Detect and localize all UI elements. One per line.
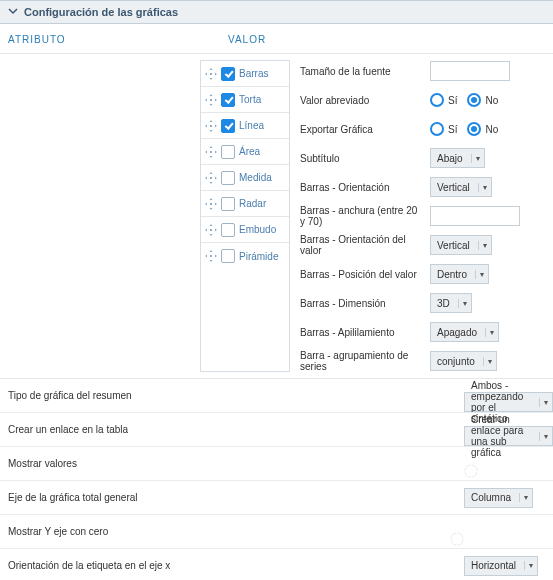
radio-yes-label: Sí: [448, 124, 457, 135]
prop-label: Barras - Apililamiento: [300, 327, 422, 338]
form-row: Mostrar Y eje con cero: [0, 514, 553, 548]
chart-type-checkbox[interactable]: [221, 197, 235, 211]
header-value: VALOR: [228, 34, 266, 45]
form-row: Orientación de la etiqueta en el eje xHo…: [0, 548, 553, 580]
prop-row: Valor abreviadoSíNo: [300, 89, 545, 111]
form-select[interactable]: Horizontal▾: [464, 556, 538, 576]
chart-type-label: Área: [239, 146, 260, 157]
prop-label: Barras - Dimensión: [300, 298, 422, 309]
prop-row: Tamaño de la fuente: [300, 60, 545, 82]
drag-icon[interactable]: [205, 224, 217, 236]
chart-type-checkbox[interactable]: [221, 119, 235, 133]
form-rows: Tipo de gráfica del resumenAmbos - empez…: [0, 378, 553, 580]
chart-type-checkbox[interactable]: [221, 93, 235, 107]
bars-orientation-select[interactable]: Vertical▾: [430, 177, 492, 197]
form-label: Eje de la gráfica total general: [8, 492, 464, 503]
form-row: Tipo de gráfica del resumenAmbos - empez…: [0, 378, 553, 412]
bars-width-input[interactable]: [430, 206, 520, 226]
bars-val-position-select[interactable]: Dentro▾: [430, 264, 489, 284]
column-headers: ATRIBUTO VALOR: [0, 24, 553, 54]
drag-icon[interactable]: [205, 250, 217, 262]
form-select[interactable]: Columna▾: [464, 488, 533, 508]
drag-icon[interactable]: [205, 94, 217, 106]
chevron-down-icon: ▾: [485, 328, 494, 337]
prop-label: Valor abreviado: [300, 95, 422, 106]
chart-type-label: Barras: [239, 68, 268, 79]
prop-label: Barras - Posición del valor: [300, 269, 422, 280]
prop-row: Barras - Orientación del valorVertical▾: [300, 234, 545, 256]
chart-type-row: Área: [201, 139, 289, 165]
form-row: Crear un enlace en la tablaCrear un enla…: [0, 412, 553, 446]
chart-config-area: BarrasTortaLíneaÁreaMedidaRadarEmbudoPir…: [0, 54, 553, 378]
chevron-down-icon: ▾: [475, 270, 484, 279]
form-select[interactable]: Ambos - empezando por el sintético▾: [464, 392, 553, 412]
form-label: Mostrar valores: [8, 458, 464, 469]
prop-row: SubtítuloAbajo▾: [300, 147, 545, 169]
bars-dimension-select[interactable]: 3D▾: [430, 293, 472, 313]
select-value: Apagado: [437, 327, 477, 338]
bars-val-orientation-select[interactable]: Vertical▾: [430, 235, 492, 255]
chevron-down-icon: ▾: [519, 493, 528, 502]
bars-stacking-select[interactable]: Apagado▾: [430, 322, 499, 342]
drag-icon[interactable]: [205, 146, 217, 158]
prop-label: Exportar Gráfica: [300, 124, 422, 135]
chart-type-row: Embudo: [201, 217, 289, 243]
chart-type-label: Radar: [239, 198, 266, 209]
chart-type-checkbox[interactable]: [221, 145, 235, 159]
radio-no-label: No: [485, 95, 498, 106]
form-row: Mostrar valores: [0, 446, 553, 480]
chart-type-checkbox[interactable]: [221, 171, 235, 185]
chart-type-row: Línea: [201, 113, 289, 139]
prop-label: Barras - Orientación del valor: [300, 234, 422, 256]
chevron-down-icon: ▾: [458, 299, 467, 308]
chart-type-label: Línea: [239, 120, 264, 131]
chart-type-row: Radar: [201, 191, 289, 217]
drag-icon[interactable]: [205, 68, 217, 80]
drag-icon[interactable]: [205, 172, 217, 184]
prop-label: Tamaño de la fuente: [300, 66, 422, 77]
radio-no[interactable]: [467, 122, 481, 136]
prop-row: Barras - anchura (entre 20 y 70): [300, 205, 545, 227]
drag-icon[interactable]: [205, 198, 217, 210]
select-value: Vertical: [437, 182, 470, 193]
collapse-icon[interactable]: [8, 6, 18, 18]
chart-type-label: Embudo: [239, 224, 276, 235]
chevron-down-icon: ▾: [539, 398, 548, 407]
panel-header: Configuración de las gráficas: [0, 0, 553, 24]
font-size-input[interactable]: [430, 61, 510, 81]
select-value: Vertical: [437, 240, 470, 251]
prop-row: Barras - OrientaciónVertical▾: [300, 176, 545, 198]
form-label: Crear un enlace en la tabla: [8, 424, 464, 435]
chart-type-row: Pirámide: [201, 243, 289, 269]
prop-label: Barras - anchura (entre 20 y 70): [300, 205, 422, 227]
chevron-down-icon: ▾: [471, 154, 480, 163]
chart-type-row: Torta: [201, 87, 289, 113]
radio-yes-label: Sí: [448, 95, 457, 106]
chevron-down-icon: ▾: [483, 357, 492, 366]
chevron-down-icon: ▾: [478, 241, 487, 250]
val-abrev-radio: SíNo: [430, 93, 504, 107]
prop-row: Barras - Posición del valorDentro▾: [300, 263, 545, 285]
radio-no[interactable]: [467, 93, 481, 107]
form-select[interactable]: Crear un enlace para una sub gráfica▾: [464, 426, 553, 446]
form-label: Tipo de gráfica del resumen: [8, 390, 464, 401]
radio-yes[interactable]: [430, 93, 444, 107]
drag-icon[interactable]: [205, 120, 217, 132]
prop-row: Barra - agrupamiento de seriesconjunto▾: [300, 350, 545, 372]
chart-type-label: Torta: [239, 94, 261, 105]
radio-yes[interactable]: [430, 122, 444, 136]
export-chart-radio: SíNo: [430, 122, 504, 136]
prop-label: Barras - Orientación: [300, 182, 422, 193]
subtitle-select[interactable]: Abajo▾: [430, 148, 485, 168]
select-value: 3D: [437, 298, 450, 309]
chart-types-list: BarrasTortaLíneaÁreaMedidaRadarEmbudoPir…: [200, 60, 290, 372]
chart-type-label: Pirámide: [239, 251, 278, 262]
chart-type-checkbox[interactable]: [221, 67, 235, 81]
select-value: Columna: [471, 492, 511, 503]
prop-row: Exportar GráficaSíNo: [300, 118, 545, 140]
prop-row: Barras - ApililamientoApagado▾: [300, 321, 545, 343]
chart-type-checkbox[interactable]: [221, 249, 235, 263]
bars-series-select[interactable]: conjunto▾: [430, 351, 497, 371]
radio-no-label: No: [485, 124, 498, 135]
chart-type-checkbox[interactable]: [221, 223, 235, 237]
